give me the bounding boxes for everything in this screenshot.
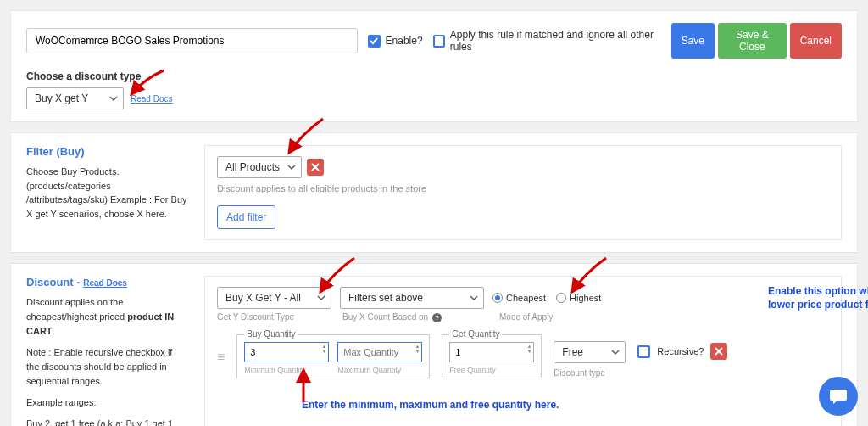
- filter-hint: Discount applies to all eligible product…: [217, 183, 829, 193]
- buy-max-input[interactable]: [337, 342, 422, 362]
- highest-label: Highest: [570, 293, 601, 303]
- remove-filter-button[interactable]: [307, 159, 324, 176]
- chat-widget-button[interactable]: [819, 377, 858, 416]
- discount-type-select[interactable]: Buy X get Y: [26, 87, 124, 109]
- chevron-down-icon: [287, 163, 296, 171]
- filter-section-title: Filter (Buy): [26, 145, 187, 158]
- discount-example-title: Example ranges:: [26, 395, 187, 410]
- count-sub-label: Buy X Count Based on: [342, 312, 428, 322]
- get-qty-input[interactable]: [449, 342, 534, 362]
- spinner-icon[interactable]: ▲▼: [415, 344, 420, 354]
- discount-desc-1: Discount applies on the cheapest/highest…: [26, 295, 187, 339]
- chevron-down-icon: [611, 348, 620, 356]
- get-quantity-legend: Get Quantity: [449, 329, 502, 339]
- chevron-down-icon: [317, 294, 326, 302]
- cheapest-label: Cheapest: [506, 293, 546, 303]
- close-icon: [311, 163, 320, 171]
- discount-section-title: Discount -: [26, 276, 83, 289]
- highest-radio[interactable]: [556, 293, 566, 303]
- chat-icon: [828, 386, 849, 406]
- get-y-sub-label: Get Y Discount Type: [217, 312, 342, 322]
- recursive-label: Recursive?: [657, 346, 704, 356]
- annotation-arrow-icon: [569, 256, 611, 295]
- close-icon: [715, 347, 723, 356]
- spinner-icon[interactable]: ▲▼: [321, 344, 326, 354]
- save-close-button[interactable]: Save & Close: [718, 23, 787, 59]
- discount-read-docs-link[interactable]: Read Docs: [83, 278, 127, 288]
- cheapest-radio[interactable]: [492, 293, 503, 303]
- count-based-select[interactable]: Filters set above: [340, 287, 484, 309]
- discount-type-sub: Discount type: [554, 368, 626, 378]
- buy-max-sub: Maximum Quantity: [337, 366, 422, 374]
- drag-handle-icon[interactable]: ≡: [217, 350, 225, 365]
- cancel-button[interactable]: Cancel: [790, 23, 842, 59]
- enable-checkbox[interactable]: [368, 35, 381, 48]
- discount-example-line: Buy 2, get 1 free (a.k.a: Buy 1 get 1 fr…: [26, 417, 187, 426]
- filter-description: Choose Buy Products. (products/categorie…: [26, 165, 187, 221]
- buy-quantity-legend: Buy Quantity: [244, 329, 298, 339]
- chevron-down-icon: [109, 94, 118, 103]
- get-y-type-select[interactable]: Buy X Get Y - All: [217, 287, 331, 309]
- spinner-icon[interactable]: ▲▼: [526, 344, 531, 354]
- annotation-arrow-icon: [286, 117, 328, 156]
- remove-range-button[interactable]: [710, 343, 727, 360]
- mode-sub-label: Mode of Apply: [499, 312, 553, 322]
- buy-min-input[interactable]: [244, 342, 329, 362]
- add-filter-button[interactable]: Add filter: [217, 205, 275, 229]
- buy-min-sub: Minimum Quantity: [244, 366, 329, 374]
- ignore-others-checkbox[interactable]: [433, 35, 445, 48]
- read-docs-link[interactable]: Read Docs: [131, 94, 172, 104]
- discount-type-label: Choose a discount type: [26, 70, 842, 82]
- recursive-checkbox[interactable]: [637, 345, 650, 358]
- annotation-mode: Enable this option whereas customer will…: [768, 285, 868, 311]
- annotation-qty: Enter the minimum, maximum and free quan…: [302, 399, 829, 412]
- discount-desc-2: Note : Enable recursive checkbox if the …: [26, 345, 187, 389]
- ignore-others-label: Apply this rule if matched and ignore al…: [450, 29, 661, 53]
- get-qty-sub: Free Quantity: [449, 366, 534, 374]
- discount-type-select[interactable]: Free: [554, 341, 626, 363]
- save-button[interactable]: Save: [671, 23, 715, 59]
- chevron-down-icon: [470, 294, 478, 302]
- enable-label: Enable?: [386, 35, 423, 47]
- filter-products-select[interactable]: All Products: [217, 156, 302, 178]
- rule-name-input[interactable]: [26, 28, 358, 53]
- help-icon[interactable]: ?: [432, 313, 442, 322]
